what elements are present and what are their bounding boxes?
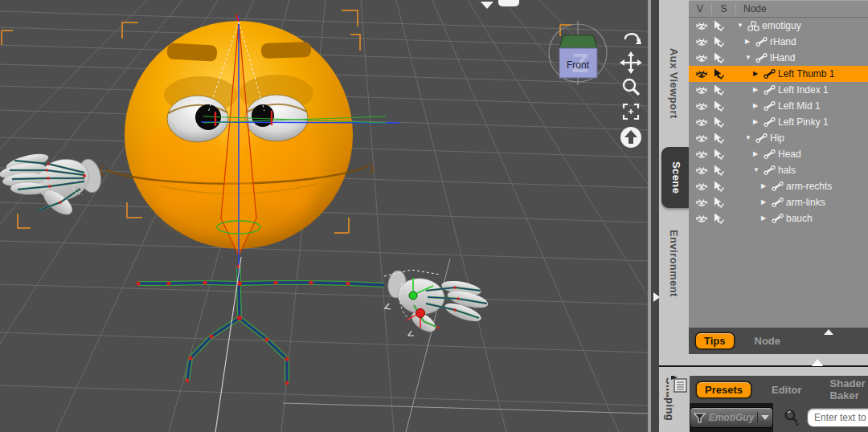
visibility-eye-icon[interactable] (694, 21, 709, 31)
visibility-eye-icon[interactable] (694, 69, 709, 79)
node-label[interactable]: arm-links (786, 197, 825, 208)
tree-row[interactable]: ▶ Left Thumb 1 (689, 66, 868, 82)
panel-tab[interactable]: Editor (764, 382, 810, 397)
node-label[interactable]: hals (778, 165, 796, 176)
column-node[interactable]: Node (736, 3, 868, 14)
filter-funnel-icon (694, 412, 706, 424)
visibility-eye-icon[interactable] (694, 117, 709, 128)
selectable-cursor-icon[interactable] (709, 213, 727, 224)
viewport-top-collapse-arrow[interactable] (481, 2, 493, 9)
node-label[interactable]: emotiguy (762, 20, 801, 31)
expand-arrow[interactable]: ▶ (753, 114, 763, 130)
selectable-cursor-icon[interactable] (709, 20, 727, 31)
frame-icon[interactable] (620, 101, 641, 122)
node-label[interactable]: arm-rechts (786, 181, 832, 192)
visibility-eye-icon[interactable] (694, 214, 709, 224)
visibility-eye-icon[interactable] (694, 37, 709, 47)
selectable-cursor-icon[interactable] (709, 181, 727, 192)
viewport-top-handle[interactable] (498, 0, 519, 6)
tree-row[interactable]: ▶ Head (689, 146, 868, 162)
selectable-cursor-icon[interactable] (709, 84, 727, 96)
tree-row[interactable]: ▼ lHand (689, 50, 868, 66)
tree-row[interactable]: ▶ Left Mid 1 (689, 98, 868, 114)
footer-tab[interactable]: Tips (695, 332, 735, 349)
tree-row[interactable]: ▶ Left Index 1 (689, 82, 868, 98)
visibility-eye-icon[interactable] (694, 133, 709, 144)
node-label[interactable]: Left Thumb 1 (778, 68, 835, 79)
panel-tab[interactable]: Presets (696, 381, 751, 398)
selectable-cursor-icon[interactable] (709, 100, 727, 112)
up-arrow-icon[interactable] (619, 125, 643, 149)
expand-arrow[interactable]: ▶ (753, 98, 763, 114)
tree-row[interactable]: ▶ bauch (689, 210, 868, 226)
tree-row[interactable]: ▶ Left Pinky 1 (689, 114, 868, 130)
tree-row[interactable]: ▼ hals (689, 162, 868, 178)
visibility-eye-icon[interactable] (694, 149, 709, 160)
selectable-cursor-icon[interactable] (709, 132, 727, 144)
pane-splitter[interactable] (659, 354, 868, 376)
view-cube[interactable]: Z Front (549, 21, 607, 85)
search-icon[interactable] (783, 409, 800, 426)
viewport-canvas[interactable]: Z Front (0, 0, 648, 432)
tree-row[interactable]: ▼ Hip (689, 130, 868, 146)
visibility-eye-icon[interactable] (694, 198, 709, 208)
expand-arrow[interactable]: ▶ (753, 66, 763, 82)
bone-icon (755, 37, 768, 47)
scroll-up-arrow[interactable] (824, 329, 833, 335)
bone-icon (763, 165, 776, 175)
visibility-eye-icon[interactable] (694, 85, 709, 96)
expand-arrow[interactable]: ▶ (761, 210, 771, 226)
panel-tab[interactable]: Shader Baker (822, 376, 868, 403)
bone-icon (755, 133, 768, 143)
search-input[interactable] (807, 408, 868, 427)
node-label[interactable]: Left Index 1 (778, 84, 829, 96)
node-label[interactable]: Left Mid 1 (778, 100, 821, 112)
visibility-eye-icon[interactable] (694, 165, 709, 176)
expand-arrow[interactable]: ▼ (745, 50, 755, 66)
selectable-cursor-icon[interactable] (709, 36, 727, 47)
zoom-icon[interactable] (620, 77, 641, 98)
node-label[interactable]: Head (778, 149, 801, 160)
selectable-cursor-icon[interactable] (709, 68, 727, 79)
tree-row[interactable]: ▶ arm-links (689, 194, 868, 210)
node-label[interactable]: lHand (770, 52, 795, 63)
node-label[interactable]: Hip (770, 132, 784, 144)
tree-row[interactable]: ▶ arm-rechts (689, 178, 868, 194)
node-label[interactable]: rHand (770, 36, 796, 47)
expand-arrow[interactable]: ▼ (737, 18, 747, 34)
pan-icon[interactable] (620, 51, 642, 74)
selectable-cursor-icon[interactable] (709, 116, 727, 128)
selectable-cursor-icon[interactable] (709, 197, 727, 208)
footer-tab[interactable]: Node (747, 333, 789, 348)
left-hand-model[interactable] (384, 270, 489, 336)
pane-options-icon[interactable] (669, 376, 690, 398)
orbit-icon[interactable] (620, 27, 642, 48)
filter-dropdown[interactable]: EmotiGuy (690, 407, 773, 428)
node-label[interactable]: bauch (786, 213, 813, 224)
expand-arrow[interactable]: ▶ (753, 82, 763, 98)
column-visibility[interactable]: V (689, 3, 712, 14)
column-selectable[interactable]: S (712, 3, 736, 14)
expand-arrow[interactable]: ▶ (761, 194, 771, 210)
expand-arrow[interactable]: ▼ (745, 130, 755, 146)
body-skeleton[interactable] (136, 257, 384, 432)
pane-tab[interactable]: Aux Viewport (659, 21, 689, 145)
expand-arrow[interactable]: ▼ (753, 162, 763, 178)
tree-row[interactable]: ▼ emotiguy (689, 18, 868, 34)
expand-arrow[interactable]: ▶ (745, 34, 755, 50)
expand-arrow[interactable]: ▶ (753, 146, 763, 162)
visibility-eye-icon[interactable] (694, 101, 709, 112)
selectable-cursor-icon[interactable] (709, 149, 727, 160)
selectable-cursor-icon[interactable] (709, 52, 727, 63)
selectable-cursor-icon[interactable] (709, 165, 727, 176)
expand-arrow[interactable]: ▶ (761, 178, 771, 194)
node-label[interactable]: Left Pinky 1 (778, 116, 829, 128)
splitter-expand-arrow[interactable] (812, 359, 823, 366)
visibility-eye-icon[interactable] (694, 53, 709, 63)
viewport-3d[interactable]: Z Front (0, 0, 648, 432)
pane-tab[interactable]: Environment (659, 210, 689, 317)
right-dock: Aux ViewportSceneEnvironment V S Node (659, 0, 868, 432)
pane-tab[interactable]: Scene (661, 147, 690, 208)
visibility-eye-icon[interactable] (694, 181, 709, 192)
tree-row[interactable]: ▶ rHand (689, 34, 868, 50)
